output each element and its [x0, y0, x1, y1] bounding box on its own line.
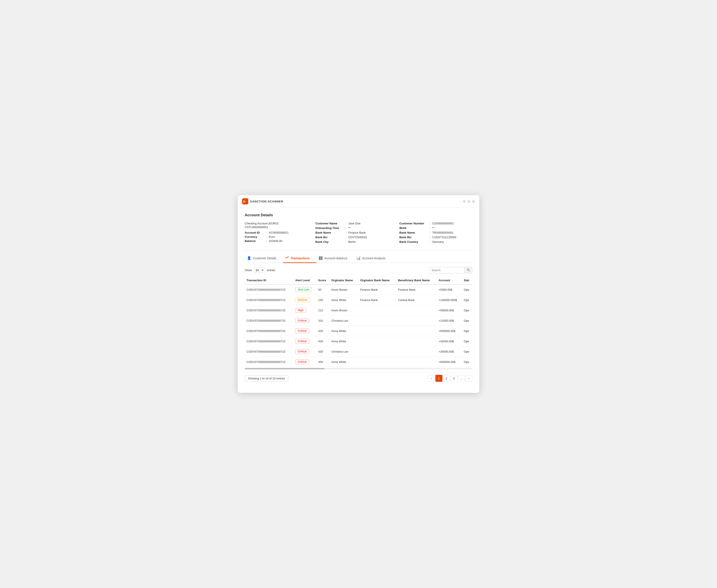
tab-transactions[interactable]: Transactions [283, 254, 316, 263]
account-id-label: Account ID [245, 231, 265, 234]
table-row[interactable]: CODVST00000000000000715 Critical 430 Ann… [245, 326, 472, 336]
cell-score-0: 50 [316, 284, 329, 295]
col-beneficiary-bank-name: Beneficiary Bank Name [396, 276, 437, 284]
window-control-2[interactable] [468, 200, 470, 203]
tab-account-balance[interactable]: 🎛️ Account Balance [316, 254, 354, 263]
prev-page-button[interactable]: ‹ [428, 375, 435, 382]
cell-status-1: Ope [462, 295, 472, 305]
page-2-button[interactable]: 2 [443, 375, 450, 382]
cell-originator-name-4: Anna White [329, 326, 358, 336]
account-id-row: Account ID : AC0000008021 [245, 231, 307, 234]
cell-score-3: 310 [316, 316, 329, 326]
table-body: CODVST00000000000000715 Very Low 50 Kevi… [245, 284, 472, 367]
table-footer: Showing 1 to 10 of 10 entries ‹ 1 2 3 ..… [245, 372, 472, 382]
cell-beneficiary-bank-7 [396, 357, 437, 367]
cinfo-label-0: Customer Name [315, 222, 344, 225]
cinfo-value-3: CDVT2500001 [348, 236, 367, 239]
cinfo2-label-3: Bank Bic [400, 236, 428, 239]
cell-beneficiary-bank-5 [396, 336, 437, 346]
window-controls [463, 200, 475, 203]
page-1-button[interactable]: 1 [435, 375, 443, 382]
balance-colon: : [266, 239, 267, 243]
cell-status-6: Ope [462, 346, 472, 357]
cell-originator-name-5: Anna White [329, 336, 358, 346]
cell-alert-level-1: Medium [293, 295, 316, 305]
cell-status-3: Ope [462, 316, 472, 326]
cell-status-2: Ope [462, 305, 472, 316]
svg-text:S: S [243, 200, 246, 203]
cell-transaction-id-6: CODVST00000000000000715 [245, 346, 293, 357]
currency-value: Euro [269, 235, 275, 238]
cinfo2-label-4: Bank Country [400, 240, 428, 244]
currency-colon: : [266, 235, 267, 238]
app-name: SANCTION SCANNER [250, 200, 283, 203]
table-row[interactable]: CODVST00000000000000715 Medium 150 Anna … [245, 295, 472, 305]
table-row[interactable]: CODVST00000000000000715 Very Low 50 Kevi… [245, 284, 472, 295]
table-row[interactable]: CODVST00000000000000715 Critical 430 Ann… [245, 336, 472, 346]
entries-label: entries [267, 269, 275, 272]
show-label: Show [245, 269, 252, 272]
logo-icon: S [242, 198, 248, 205]
cell-account-4: +650000.00$ [437, 326, 462, 336]
account-section-right: Customer Number:CD00000000001IBAN:**Bank… [400, 222, 472, 245]
customer-info2-row-2: Bank Name:TR00000000001 [400, 231, 472, 234]
window-control-3[interactable] [472, 200, 475, 203]
cell-alert-level-5: Critical [293, 336, 316, 346]
page-3-button[interactable]: 3 [450, 375, 457, 382]
alert-badge-7: Critical [295, 359, 309, 364]
cell-transaction-id-7: CODVST00000000000000715 [245, 357, 293, 367]
alert-badge-2: High [295, 308, 306, 313]
customer-details-icon: 👤 [247, 256, 251, 260]
balance-row: Balance : 152930.00 [245, 239, 307, 243]
account-section-left: Checking Account (EURO) CDTL0000000001 A… [245, 222, 311, 245]
cinfo2-colon-2: : [430, 231, 431, 234]
entries-select[interactable]: 10 25 50 100 [254, 268, 265, 273]
table-row[interactable]: CODVST00000000000000715 Critical 430 Ann… [245, 357, 472, 367]
search-input[interactable] [429, 268, 464, 273]
search-box [429, 267, 472, 273]
account-code: CDTL0000000001 [245, 226, 307, 229]
cell-beneficiary-bank-1: Central Bank [396, 295, 437, 305]
next-page-button[interactable]: › [465, 375, 472, 382]
cell-score-7: 430 [316, 357, 329, 367]
search-button[interactable] [464, 267, 472, 273]
table-row[interactable]: CODVST00000000000000715 High 210 Kevin B… [245, 305, 472, 316]
tab-account-analysis-label: Account Analysis [362, 256, 386, 260]
showing-text: Showing 1 to 10 of 10 entries [245, 375, 288, 382]
cell-originator-bank-5 [358, 336, 396, 346]
cinfo-colon-0: : [346, 222, 347, 225]
tab-account-analysis[interactable]: 📊 Account Analysis [354, 254, 392, 263]
cell-alert-level-2: High [293, 305, 316, 316]
cinfo2-label-0: Customer Number [400, 222, 428, 225]
cell-originator-name-1: Anna White [329, 295, 358, 305]
cell-originator-bank-1: Finance Bank [358, 295, 396, 305]
balance-value: 152930.00 [269, 239, 282, 243]
col-originator-bank-name: Orginator Bank Name [358, 276, 396, 284]
cell-alert-level-3: Critical [293, 316, 316, 326]
window-control-1[interactable] [463, 200, 466, 203]
cell-status-7: Ope [462, 357, 472, 367]
cinfo2-colon-0: : [430, 222, 431, 225]
cell-originator-bank-3 [358, 316, 396, 326]
cell-score-2: 210 [316, 305, 329, 316]
cinfo-value-0: Jane Doe [348, 222, 361, 225]
customer-info-row-4: Bank City:Berlin [315, 240, 395, 244]
account-id-colon: : [266, 231, 267, 234]
cell-beneficiary-bank-4 [396, 326, 437, 336]
table-row[interactable]: CODVST00000000000000715 Critical 310 Chr… [245, 316, 472, 326]
cell-score-1: 150 [316, 295, 329, 305]
tab-customer-details[interactable]: 👤 Customer Details [245, 254, 283, 263]
cell-originator-bank-0: Finance Bank [358, 284, 396, 295]
title-bar: S SANCTION SCANNER [238, 195, 479, 208]
scrollbar-hint[interactable] [245, 368, 472, 369]
cinfo-label-2: Bank Name [315, 231, 344, 234]
cell-originator-bank-6 [358, 346, 396, 357]
table-row[interactable]: CODVST00000000000000715 Critical 430 Chr… [245, 346, 472, 357]
page-ellipsis-button[interactable]: ... [458, 375, 465, 382]
cell-account-6: +30000.00$ [437, 346, 462, 357]
col-originator-name: Orginator Name [329, 276, 358, 284]
cell-beneficiary-bank-6 [396, 346, 437, 357]
cell-status-4: Ope [462, 326, 472, 336]
col-status: Stat [462, 276, 472, 284]
cell-status-5: Ope [462, 336, 472, 346]
